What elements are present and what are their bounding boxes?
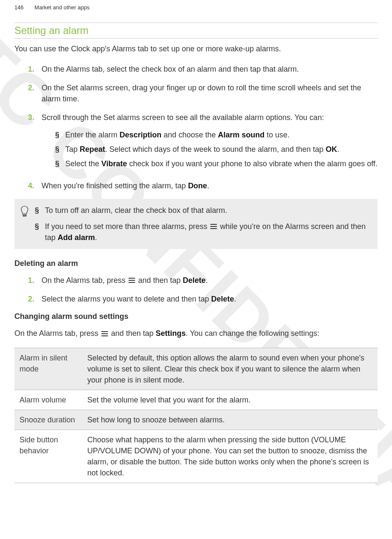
step-number: 1. bbox=[28, 275, 42, 286]
bullet-text: Tap Repeat. Select which days of the wee… bbox=[65, 144, 339, 155]
step-number: 1. bbox=[28, 64, 42, 75]
setting-description: Selected by default, this option allows … bbox=[82, 348, 378, 390]
text-fragment: to use. bbox=[264, 131, 289, 139]
bold-text: Repeat bbox=[80, 145, 105, 154]
setting-alarm-steps: 1. On the Alarms tab, select the check b… bbox=[14, 64, 378, 191]
text-fragment: On the Alarms tab, press bbox=[42, 276, 128, 285]
bullet-marker: § bbox=[55, 158, 65, 169]
sub-bullet-list: § Enter the alarm Description and choose… bbox=[42, 129, 378, 169]
menu-icon bbox=[210, 224, 217, 230]
bold-text: Settings bbox=[156, 329, 186, 338]
bullet-marker: § bbox=[55, 129, 65, 140]
step-text: When you're finished setting the alarm, … bbox=[42, 180, 378, 191]
section-title-setting-alarm: Setting an alarm bbox=[14, 25, 378, 36]
text-fragment: . bbox=[337, 145, 339, 154]
tip-text: To turn off an alarm, clear the check bo… bbox=[45, 205, 227, 216]
tip-content: § To turn off an alarm, clear the check … bbox=[35, 205, 371, 243]
list-item: § Enter the alarm Description and choose… bbox=[55, 129, 378, 140]
step-number: 2. bbox=[28, 293, 42, 304]
subheading-deleting-alarm: Deleting an alarm bbox=[14, 259, 378, 268]
tip-text: If you need to set more than three alarm… bbox=[45, 221, 371, 243]
text-fragment: and then tap bbox=[136, 276, 183, 285]
step-content: Scroll through the Set alarms screen to … bbox=[42, 112, 378, 172]
text-fragment: and choose the bbox=[161, 131, 218, 139]
setting-label: Alarm volume bbox=[14, 390, 82, 410]
setting-label: Alarm in silent mode bbox=[14, 348, 82, 390]
bullet-marker: § bbox=[55, 144, 65, 155]
list-item: 3. Scroll through the Set alarms screen … bbox=[28, 112, 378, 172]
text-fragment: . bbox=[206, 276, 208, 285]
text-fragment: Enter the alarm bbox=[65, 131, 120, 139]
step-text: Select the alarms you want to delete and… bbox=[42, 293, 378, 304]
bold-text: Alarm sound bbox=[218, 131, 264, 139]
table-row: Side button behavior Choose what happens… bbox=[14, 430, 378, 483]
table-row: Alarm volume Set the volume level that y… bbox=[14, 390, 378, 410]
bold-text: Add alarm bbox=[58, 233, 95, 242]
text-fragment: Select the alarms you want to delete and… bbox=[42, 295, 211, 303]
setting-label: Side button behavior bbox=[14, 430, 82, 483]
setting-description: Choose what happens to the alarm when pr… bbox=[82, 430, 378, 483]
deleting-alarm-steps: 1. On the Alarms tab, press and then tap… bbox=[14, 275, 378, 304]
text-fragment: On the Alarms tab, press bbox=[14, 329, 100, 338]
step-number: 4. bbox=[28, 180, 42, 191]
text-fragment: and then tap bbox=[109, 329, 156, 338]
text-fragment: Tap bbox=[65, 145, 80, 154]
bold-text: Vibrate bbox=[101, 159, 127, 168]
text-fragment: . bbox=[207, 182, 209, 190]
tip-box: § To turn off an alarm, clear the check … bbox=[14, 199, 378, 249]
step-text: Scroll through the Set alarms screen to … bbox=[42, 113, 324, 122]
text-fragment: . bbox=[234, 295, 236, 303]
bullet-marker: § bbox=[35, 205, 45, 216]
step-number: 2. bbox=[28, 82, 42, 104]
setting-description: Set how long to snooze between alarms. bbox=[82, 410, 378, 430]
menu-icon bbox=[128, 278, 135, 284]
bold-text: Done bbox=[188, 182, 207, 190]
page-content: 146 Market and other apps Setting an ala… bbox=[0, 0, 392, 483]
setting-label: Snooze duration bbox=[14, 410, 82, 430]
bold-text: Description bbox=[120, 131, 161, 139]
divider bbox=[14, 22, 378, 23]
step-number: 3. bbox=[28, 112, 42, 172]
list-item: § To turn off an alarm, clear the check … bbox=[35, 205, 371, 216]
bold-text: Delete bbox=[211, 295, 234, 303]
subheading-changing-settings: Changing alarm sound settings bbox=[14, 312, 378, 321]
bold-text: OK bbox=[325, 145, 337, 154]
text-fragment: When you're finished setting the alarm, … bbox=[42, 182, 188, 190]
step-text: On the Alarms tab, press and then tap De… bbox=[42, 275, 378, 286]
text-fragment: . bbox=[95, 233, 97, 242]
text-fragment: If you need to set more than three alarm… bbox=[45, 222, 209, 231]
page-header: 146 Market and other apps bbox=[14, 0, 378, 11]
text-fragment: check box if you want your phone to also… bbox=[127, 159, 378, 168]
bullet-marker: § bbox=[35, 221, 45, 243]
table-row: Snooze duration Set how long to snooze b… bbox=[14, 410, 378, 430]
lightbulb-icon bbox=[20, 205, 29, 243]
list-item: § Tap Repeat. Select which days of the w… bbox=[55, 144, 378, 155]
bullet-text: Enter the alarm Description and choose t… bbox=[65, 129, 289, 140]
setting-description: Set the volume level that you want for t… bbox=[82, 390, 378, 410]
list-item: § If you need to set more than three ala… bbox=[35, 221, 371, 243]
menu-icon bbox=[101, 331, 108, 337]
tip-bullet-list: § To turn off an alarm, clear the check … bbox=[35, 205, 371, 243]
list-item: 1. On the Alarms tab, select the check b… bbox=[28, 64, 378, 75]
step-text: On the Set alarms screen, drag your fing… bbox=[42, 82, 378, 104]
text-fragment: . Select which days of the week to sound… bbox=[105, 145, 325, 154]
list-item: 4. When you're finished setting the alar… bbox=[28, 180, 378, 191]
page-number: 146 bbox=[14, 4, 24, 11]
settings-table: Alarm in silent mode Selected by default… bbox=[14, 348, 378, 483]
intro-paragraph: You can use the Clock app's Alarms tab t… bbox=[14, 44, 378, 54]
bullet-text: Select the Vibrate check box if you want… bbox=[65, 158, 378, 169]
list-item: 1. On the Alarms tab, press and then tap… bbox=[28, 275, 378, 286]
list-item: § Select the Vibrate check box if you wa… bbox=[55, 158, 378, 169]
header-section-title: Market and other apps bbox=[34, 4, 89, 11]
text-fragment: . You can change the following settings: bbox=[186, 329, 319, 338]
step-text: On the Alarms tab, select the check box … bbox=[42, 64, 378, 75]
list-item: 2. Select the alarms you want to delete … bbox=[28, 293, 378, 304]
divider bbox=[14, 38, 378, 39]
settings-intro: On the Alarms tab, press and then tap Se… bbox=[14, 328, 378, 339]
bold-text: Delete bbox=[183, 276, 206, 285]
text-fragment: Select the bbox=[65, 159, 101, 168]
table-row: Alarm in silent mode Selected by default… bbox=[14, 348, 378, 390]
list-item: 2. On the Set alarms screen, drag your f… bbox=[28, 82, 378, 104]
